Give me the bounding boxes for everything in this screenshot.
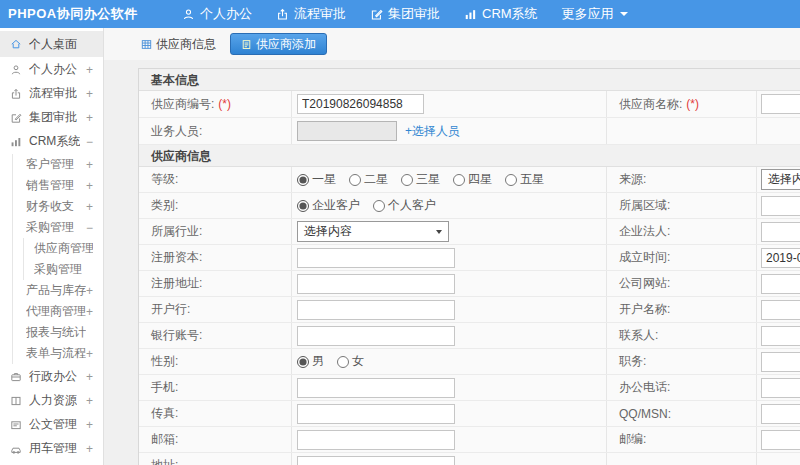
level-radio-4[interactable] bbox=[505, 174, 517, 186]
nav-item-personal-office[interactable]: 个人办公 bbox=[170, 0, 264, 28]
sidebar-item-group-approval[interactable]: 集团审批+ bbox=[0, 106, 103, 129]
expand-plus-icon[interactable]: + bbox=[86, 305, 93, 319]
bank-input[interactable] bbox=[297, 300, 455, 320]
legal-person-field-cell bbox=[757, 219, 800, 244]
expand-plus-icon[interactable]: + bbox=[86, 179, 93, 193]
empty-cell bbox=[757, 453, 800, 465]
expand-plus-icon[interactable]: + bbox=[86, 200, 93, 214]
sidebar-item-customer-mgmt[interactable]: 客户管理+ bbox=[13, 154, 103, 175]
sidebar-item-document-mgmt[interactable]: 公文管理+ bbox=[0, 413, 103, 436]
level-option-3[interactable]: 四星 bbox=[453, 171, 492, 188]
industry-select[interactable]: 选择内容 bbox=[297, 221, 449, 242]
business-person-link[interactable]: +选择人员 bbox=[405, 123, 460, 140]
sidebar-item-purchase-mgmt[interactable]: 采购管理− bbox=[13, 217, 103, 238]
tab-supplier-list[interactable]: 供应商信息 bbox=[133, 33, 224, 55]
radio-option-label: 二星 bbox=[364, 171, 388, 188]
zipcode-input[interactable] bbox=[761, 430, 800, 450]
registered-capital-input[interactable] bbox=[297, 248, 455, 268]
nav-item-workflow-approval[interactable]: 流程审批 bbox=[264, 0, 358, 28]
tab-supplier-add[interactable]: 供应商添加 bbox=[230, 33, 327, 55]
bank-account-input[interactable] bbox=[297, 326, 455, 346]
sidebar-item-personal-office[interactable]: 个人办公+ bbox=[0, 58, 103, 81]
category-option-0[interactable]: 企业客户 bbox=[297, 197, 360, 214]
sidebar-item-crm-system[interactable]: CRM系统− bbox=[0, 130, 103, 153]
nav-item-label: 更多应用 bbox=[562, 5, 614, 23]
level-radio-0[interactable] bbox=[297, 174, 309, 186]
level-option-2[interactable]: 三星 bbox=[401, 171, 440, 188]
sidebar-item-archive-mgmt[interactable]: 档案管理+ bbox=[0, 461, 103, 465]
menu-toggle[interactable] bbox=[136, 8, 170, 20]
gender-radio-1[interactable] bbox=[337, 356, 349, 368]
category-radio-0[interactable] bbox=[297, 200, 309, 212]
gender-option-1[interactable]: 女 bbox=[337, 353, 364, 370]
qq-msn-input[interactable] bbox=[761, 404, 800, 424]
address-input[interactable] bbox=[297, 456, 455, 465]
level-radio-1[interactable] bbox=[349, 174, 361, 186]
form-row: 所属行业:选择内容企业法人: bbox=[139, 219, 800, 245]
sidebar-item-agent-mgmt[interactable]: 代理商管理+ bbox=[13, 301, 103, 322]
sidebar-item-vehicle-mgmt[interactable]: 用车管理+ bbox=[0, 437, 103, 460]
sidebar-item-hr[interactable]: 人力资源+ bbox=[0, 389, 103, 412]
website-input[interactable] bbox=[761, 274, 800, 294]
sidebar-item-purchase-mgmt-sub[interactable]: 采购管理 bbox=[24, 259, 103, 280]
gender-option-0[interactable]: 男 bbox=[297, 353, 324, 370]
mobile-input[interactable] bbox=[297, 378, 455, 398]
nav-item-crm-system[interactable]: CRM系统 bbox=[452, 0, 550, 28]
expand-plus-icon[interactable]: + bbox=[86, 347, 93, 361]
registered-address-input[interactable] bbox=[297, 274, 455, 294]
established-date-input[interactable] bbox=[761, 248, 800, 268]
expand-plus-icon[interactable]: + bbox=[86, 284, 93, 298]
level-option-1[interactable]: 二星 bbox=[349, 171, 388, 188]
level-option-0[interactable]: 一星 bbox=[297, 171, 336, 188]
category-radio-1[interactable] bbox=[373, 200, 385, 212]
nav-item-label: 流程审批 bbox=[294, 5, 346, 23]
sidebar-item-personal-desktop[interactable]: 个人桌面 bbox=[0, 31, 103, 57]
nav-item-more-apps[interactable]: 更多应用 bbox=[550, 0, 640, 28]
account-name-label-cell: 开户名称: bbox=[607, 297, 757, 322]
doc-icon bbox=[10, 419, 22, 431]
nav-item-group-approval[interactable]: 集团审批 bbox=[358, 0, 452, 28]
sidebar-item-workflow-approval[interactable]: 流程审批+ bbox=[0, 82, 103, 105]
expand-plus-icon[interactable]: + bbox=[86, 111, 93, 125]
level-radio-2[interactable] bbox=[401, 174, 413, 186]
email-input[interactable] bbox=[297, 430, 455, 450]
office-phone-label: 办公电话: bbox=[619, 379, 670, 396]
office-phone-input[interactable] bbox=[761, 378, 800, 398]
source-select-value: 选择内容 bbox=[768, 171, 800, 188]
level-option-4[interactable]: 五星 bbox=[505, 171, 544, 188]
supplier-name-input[interactable] bbox=[761, 94, 800, 114]
fax-input[interactable] bbox=[297, 404, 455, 424]
gender-radio-0[interactable] bbox=[297, 356, 309, 368]
industry-select-value: 选择内容 bbox=[304, 223, 352, 240]
sidebar-item-sales-mgmt[interactable]: 销售管理+ bbox=[13, 175, 103, 196]
region-input[interactable] bbox=[761, 196, 800, 216]
expand-plus-icon[interactable]: + bbox=[86, 87, 93, 101]
sidebar-item-finance[interactable]: 财务收支+ bbox=[13, 196, 103, 217]
level-radio-3[interactable] bbox=[453, 174, 465, 186]
expand-plus-icon[interactable]: + bbox=[86, 442, 93, 456]
sidebar-item-label: 个人办公 bbox=[29, 61, 77, 78]
expand-plus-icon[interactable]: + bbox=[86, 418, 93, 432]
expand-plus-icon[interactable]: + bbox=[86, 370, 93, 384]
region-label-cell: 所属区域: bbox=[607, 193, 757, 218]
collapse-minus-icon[interactable]: − bbox=[86, 221, 93, 235]
collapse-minus-icon[interactable]: − bbox=[86, 135, 93, 149]
category-option-1[interactable]: 个人客户 bbox=[373, 197, 436, 214]
legal-person-input[interactable] bbox=[761, 222, 800, 242]
form-row: 注册资本:成立时间: bbox=[139, 245, 800, 271]
expand-plus-icon[interactable]: + bbox=[86, 63, 93, 77]
sidebar-item-form-flow-settings[interactable]: 表单与流程设置+ bbox=[13, 343, 103, 364]
expand-plus-icon[interactable]: + bbox=[86, 394, 93, 408]
sidebar-item-report-stats[interactable]: 报表与统计 bbox=[13, 322, 103, 343]
home-icon bbox=[10, 38, 22, 50]
source-select[interactable]: 选择内容 bbox=[761, 169, 800, 190]
contact-input[interactable] bbox=[761, 326, 800, 346]
sidebar-item-admin-office[interactable]: 行政办公+ bbox=[0, 365, 103, 388]
expand-plus-icon[interactable]: + bbox=[86, 158, 93, 172]
sidebar-item-supplier-mgmt[interactable]: 供应商管理 bbox=[24, 238, 103, 259]
position-input[interactable] bbox=[761, 352, 800, 372]
form-row: 传真:QQ/MSN: bbox=[139, 401, 800, 427]
account-name-input[interactable] bbox=[761, 300, 800, 320]
supplier-code-input[interactable] bbox=[297, 94, 424, 114]
sidebar-item-product-inventory[interactable]: 产品与库存+ bbox=[13, 280, 103, 301]
